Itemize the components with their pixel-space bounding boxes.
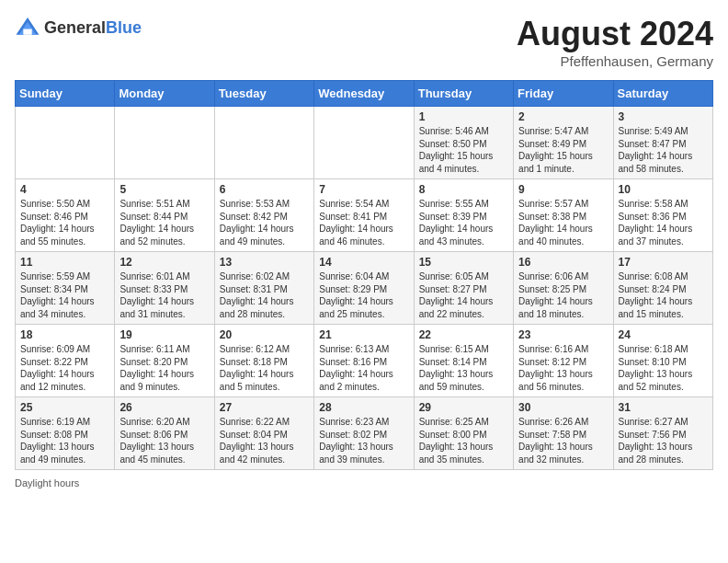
calendar-cell: 20Sunrise: 6:12 AM Sunset: 8:18 PM Dayli… <box>214 325 313 397</box>
day-number: 18 <box>20 328 109 341</box>
calendar-cell: 5Sunrise: 5:51 AM Sunset: 8:44 PM Daylig… <box>115 179 214 252</box>
weekday-header: Wednesday <box>314 81 414 107</box>
calendar-cell: 11Sunrise: 5:59 AM Sunset: 8:34 PM Dayli… <box>16 252 115 325</box>
calendar-cell: 3Sunrise: 5:49 AM Sunset: 8:47 PM Daylig… <box>613 107 712 179</box>
logo-general: General <box>44 18 106 37</box>
day-info: Sunrise: 6:22 AM Sunset: 8:04 PM Dayligh… <box>220 416 309 465</box>
day-number: 10 <box>619 183 708 196</box>
location: Pfeffenhausen, Germany <box>517 53 713 69</box>
day-number: 7 <box>319 183 408 196</box>
day-info: Sunrise: 6:15 AM Sunset: 8:14 PM Dayligh… <box>419 343 508 393</box>
day-number: 4 <box>20 183 109 196</box>
weekday-header: Monday <box>115 81 214 107</box>
day-number: 8 <box>419 183 508 196</box>
page-header: GeneralBlue August 2024 Pfeffenhausen, G… <box>15 15 713 69</box>
day-number: 31 <box>619 401 708 414</box>
day-info: Sunrise: 5:59 AM Sunset: 8:34 PM Dayligh… <box>20 270 109 320</box>
daylight-label: Daylight hours <box>15 477 79 488</box>
weekday-header: Saturday <box>613 81 712 107</box>
day-number: 25 <box>20 401 109 414</box>
calendar-week-row: 11Sunrise: 5:59 AM Sunset: 8:34 PM Dayli… <box>16 252 713 325</box>
calendar-cell: 15Sunrise: 6:05 AM Sunset: 8:27 PM Dayli… <box>414 252 513 325</box>
day-number: 27 <box>220 401 309 414</box>
logo-blue: Blue <box>106 18 142 37</box>
calendar-cell <box>16 107 115 179</box>
day-info: Sunrise: 6:18 AM Sunset: 8:10 PM Dayligh… <box>619 343 708 393</box>
day-info: Sunrise: 6:04 AM Sunset: 8:29 PM Dayligh… <box>319 270 408 320</box>
logo-text: GeneralBlue <box>44 18 142 38</box>
day-number: 14 <box>319 256 408 269</box>
calendar-cell: 31Sunrise: 6:27 AM Sunset: 7:56 PM Dayli… <box>613 397 712 470</box>
calendar-cell: 29Sunrise: 6:25 AM Sunset: 8:00 PM Dayli… <box>414 397 513 470</box>
day-info: Sunrise: 6:13 AM Sunset: 8:16 PM Dayligh… <box>319 343 408 393</box>
day-number: 30 <box>518 401 608 414</box>
day-number: 9 <box>518 183 608 196</box>
day-info: Sunrise: 6:16 AM Sunset: 8:12 PM Dayligh… <box>518 343 608 393</box>
day-info: Sunrise: 6:02 AM Sunset: 8:31 PM Dayligh… <box>220 270 309 320</box>
day-number: 26 <box>119 401 209 414</box>
day-number: 22 <box>419 328 508 341</box>
calendar-cell: 8Sunrise: 5:55 AM Sunset: 8:39 PM Daylig… <box>414 179 513 252</box>
day-info: Sunrise: 5:54 AM Sunset: 8:41 PM Dayligh… <box>319 198 408 247</box>
day-info: Sunrise: 6:01 AM Sunset: 8:33 PM Dayligh… <box>119 270 209 320</box>
day-number: 15 <box>419 256 508 269</box>
day-number: 24 <box>619 328 708 341</box>
calendar-week-row: 18Sunrise: 6:09 AM Sunset: 8:22 PM Dayli… <box>16 325 713 397</box>
day-number: 6 <box>220 183 309 196</box>
calendar-cell: 13Sunrise: 6:02 AM Sunset: 8:31 PM Dayli… <box>214 252 313 325</box>
weekday-header-row: SundayMondayTuesdayWednesdayThursdayFrid… <box>16 81 713 107</box>
calendar-cell: 27Sunrise: 6:22 AM Sunset: 8:04 PM Dayli… <box>214 397 313 470</box>
day-info: Sunrise: 6:11 AM Sunset: 8:20 PM Dayligh… <box>119 343 209 393</box>
calendar-cell: 22Sunrise: 6:15 AM Sunset: 8:14 PM Dayli… <box>414 325 513 397</box>
calendar-cell: 30Sunrise: 6:26 AM Sunset: 7:58 PM Dayli… <box>514 397 613 470</box>
calendar-cell: 24Sunrise: 6:18 AM Sunset: 8:10 PM Dayli… <box>613 325 712 397</box>
calendar-cell: 2Sunrise: 5:47 AM Sunset: 8:49 PM Daylig… <box>514 107 613 179</box>
day-info: Sunrise: 6:23 AM Sunset: 8:02 PM Dayligh… <box>319 416 408 465</box>
calendar-cell: 25Sunrise: 6:19 AM Sunset: 8:08 PM Dayli… <box>16 397 115 470</box>
calendar-week-row: 4Sunrise: 5:50 AM Sunset: 8:46 PM Daylig… <box>16 179 713 252</box>
calendar-cell: 10Sunrise: 5:58 AM Sunset: 8:36 PM Dayli… <box>613 179 712 252</box>
calendar-cell <box>314 107 414 179</box>
calendar-cell: 18Sunrise: 6:09 AM Sunset: 8:22 PM Dayli… <box>16 325 115 397</box>
calendar-week-row: 25Sunrise: 6:19 AM Sunset: 8:08 PM Dayli… <box>16 397 713 470</box>
day-info: Sunrise: 6:12 AM Sunset: 8:18 PM Dayligh… <box>220 343 309 393</box>
day-info: Sunrise: 6:27 AM Sunset: 7:56 PM Dayligh… <box>619 416 708 465</box>
calendar-cell: 14Sunrise: 6:04 AM Sunset: 8:29 PM Dayli… <box>314 252 414 325</box>
logo: GeneralBlue <box>15 15 142 40</box>
day-number: 16 <box>518 256 608 269</box>
day-info: Sunrise: 5:51 AM Sunset: 8:44 PM Dayligh… <box>119 198 209 247</box>
day-info: Sunrise: 6:20 AM Sunset: 8:06 PM Dayligh… <box>119 416 209 465</box>
calendar: SundayMondayTuesdayWednesdayThursdayFrid… <box>15 80 713 470</box>
day-number: 5 <box>119 183 209 196</box>
day-info: Sunrise: 5:53 AM Sunset: 8:42 PM Dayligh… <box>220 198 309 247</box>
title-block: August 2024 Pfeffenhausen, Germany <box>517 15 713 69</box>
calendar-cell: 4Sunrise: 5:50 AM Sunset: 8:46 PM Daylig… <box>16 179 115 252</box>
month-year: August 2024 <box>517 15 713 53</box>
day-number: 21 <box>319 328 408 341</box>
calendar-cell <box>214 107 313 179</box>
logo-icon <box>15 15 40 40</box>
calendar-cell: 6Sunrise: 5:53 AM Sunset: 8:42 PM Daylig… <box>214 179 313 252</box>
calendar-cell: 19Sunrise: 6:11 AM Sunset: 8:20 PM Dayli… <box>115 325 214 397</box>
day-info: Sunrise: 6:19 AM Sunset: 8:08 PM Dayligh… <box>20 416 109 465</box>
day-info: Sunrise: 6:25 AM Sunset: 8:00 PM Dayligh… <box>419 416 508 465</box>
day-info: Sunrise: 5:58 AM Sunset: 8:36 PM Dayligh… <box>619 198 708 247</box>
day-info: Sunrise: 5:49 AM Sunset: 8:47 PM Dayligh… <box>619 125 708 175</box>
day-number: 28 <box>319 401 408 414</box>
day-info: Sunrise: 5:46 AM Sunset: 8:50 PM Dayligh… <box>419 125 508 175</box>
calendar-cell: 21Sunrise: 6:13 AM Sunset: 8:16 PM Dayli… <box>314 325 414 397</box>
footer-note: Daylight hours <box>15 477 713 488</box>
day-number: 3 <box>619 110 708 123</box>
calendar-cell: 12Sunrise: 6:01 AM Sunset: 8:33 PM Dayli… <box>115 252 214 325</box>
day-number: 13 <box>220 256 309 269</box>
day-info: Sunrise: 6:09 AM Sunset: 8:22 PM Dayligh… <box>20 343 109 393</box>
day-info: Sunrise: 5:57 AM Sunset: 8:38 PM Dayligh… <box>518 198 608 247</box>
day-number: 29 <box>419 401 508 414</box>
day-number: 2 <box>518 110 608 123</box>
day-info: Sunrise: 6:05 AM Sunset: 8:27 PM Dayligh… <box>419 270 508 320</box>
weekday-header: Thursday <box>414 81 513 107</box>
day-info: Sunrise: 6:26 AM Sunset: 7:58 PM Dayligh… <box>518 416 608 465</box>
calendar-week-row: 1Sunrise: 5:46 AM Sunset: 8:50 PM Daylig… <box>16 107 713 179</box>
day-number: 23 <box>518 328 608 341</box>
calendar-cell: 28Sunrise: 6:23 AM Sunset: 8:02 PM Dayli… <box>314 397 414 470</box>
